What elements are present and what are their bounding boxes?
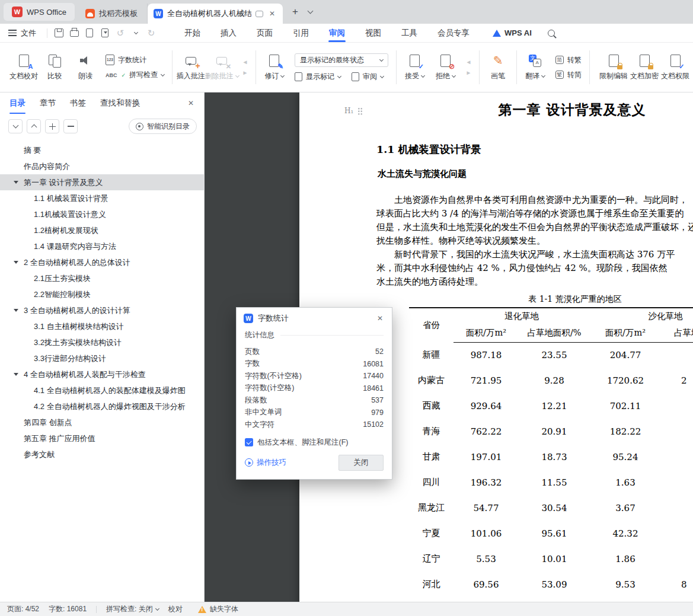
save-button[interactable] [51, 26, 66, 40]
print-preview-button[interactable] [82, 26, 97, 40]
track-changes-button[interactable]: 修订 [259, 43, 290, 92]
outline-item[interactable]: 第五章 推广应用价值 [0, 430, 204, 446]
close-dialog-button[interactable]: 关闭 [338, 455, 384, 471]
tab-review[interactable]: 审阅 [319, 24, 355, 42]
search-button[interactable] [544, 26, 559, 40]
encrypt-button[interactable]: 文档加密 [629, 43, 660, 92]
sidebar-tab-find-replace[interactable]: 查找和替换 [100, 92, 140, 114]
tab-list-chevron-icon[interactable] [304, 5, 317, 18]
word-count-indicator[interactable]: 字数: 16081 [49, 604, 87, 614]
close-dialog-icon[interactable] [375, 314, 385, 323]
outline-item[interactable]: 2.2智能控制模块 [0, 286, 204, 302]
collapse-triangle-icon[interactable] [14, 181, 18, 184]
restrict-editing-icon [609, 53, 619, 68]
export-pdf-button[interactable] [97, 26, 113, 40]
redo-button[interactable]: ↻ [143, 26, 159, 40]
outline-item[interactable]: 2 全自动植树机器人的总体设计 [0, 254, 204, 270]
review-menu-button[interactable]: 审阅 [352, 72, 384, 82]
collapse-all-button[interactable] [8, 119, 23, 133]
include-textbox-checkbox[interactable]: 包括文本框、脚注和尾注(F) [245, 438, 384, 448]
tab-member[interactable]: 会员专享 [427, 24, 480, 42]
missing-font-warning[interactable]: 缺失字体 [198, 604, 238, 614]
dialog-titlebar[interactable]: 字数统计 [237, 308, 392, 329]
outline-item[interactable]: 作品内容简介 [0, 158, 204, 174]
file-menu-button[interactable]: 文件 [0, 24, 43, 42]
tab-tools[interactable]: 工具 [391, 24, 427, 42]
restrict-editing-button[interactable]: 限制编辑 [598, 43, 629, 92]
outline-item[interactable]: 3.3行进部分结构设计 [0, 350, 204, 366]
proofread-button[interactable]: 文档校对 [8, 43, 39, 92]
next-change-icon[interactable] [466, 70, 472, 76]
wps-ai-button[interactable]: WPS AI [493, 28, 532, 37]
document-tab[interactable]: 全自动植树机器人机械结构设 [148, 4, 283, 24]
tips-link[interactable]: 操作技巧 [245, 458, 286, 468]
tab-home[interactable]: 开始 [174, 24, 210, 42]
outline-item[interactable]: 2.1压土夯实模块 [0, 270, 204, 286]
tab-insert[interactable]: 插入 [210, 24, 247, 42]
reject-button[interactable]: 拒绝 [430, 43, 461, 92]
spell-check-button[interactable]: 拼写检查 [106, 70, 164, 80]
stats-section-label: 统计信息 [245, 330, 274, 340]
doc-permission-label: 文档权限 [661, 71, 689, 81]
to-simplified-button[interactable]: 转简 [555, 70, 582, 80]
collapse-triangle-icon[interactable] [14, 309, 18, 312]
read-aloud-button[interactable]: 朗读 [70, 43, 101, 92]
tab-view[interactable]: 视图 [355, 24, 391, 42]
translate-button[interactable]: 翻译 [520, 43, 551, 92]
next-comment-icon[interactable] [242, 70, 248, 76]
promote-button[interactable] [45, 119, 59, 133]
tab-reference[interactable]: 引用 [283, 24, 319, 42]
outline-item[interactable]: 4.1 全自动植树机器人的装配体建模及爆炸图 [0, 382, 204, 398]
close-sidebar-icon[interactable] [186, 98, 196, 108]
sidebar-tab-bookmarks[interactable]: 书签 [70, 92, 86, 114]
group-header: 沙化草地 [590, 308, 693, 324]
outline-item[interactable]: 3.1 自主植树模块结构设计 [0, 318, 204, 334]
expand-all-button[interactable] [27, 119, 41, 133]
delete-comment-button[interactable]: 删除批注 [206, 43, 238, 92]
checkbox-checked-icon[interactable] [245, 438, 253, 446]
new-tab-button[interactable] [288, 4, 303, 20]
collapse-triangle-icon[interactable] [14, 373, 18, 376]
smart-toc-button[interactable]: 智能识别目录 [129, 119, 197, 134]
compare-button[interactable]: 比较 [39, 43, 70, 92]
sidebar-tab-toc[interactable]: 目录 [9, 92, 25, 114]
proofread-status[interactable]: 校对 [168, 604, 183, 614]
previous-change-icon[interactable] [466, 59, 472, 65]
accept-button[interactable]: 接受 [400, 43, 430, 92]
sidebar-tab-chapters[interactable]: 章节 [40, 92, 56, 114]
outline-item[interactable]: 4 全自动植树机器人装配与干涉检查 [0, 366, 204, 382]
outline-item[interactable]: 1.1 机械装置设计背景 [0, 190, 204, 206]
page-indicator[interactable]: 页面: 4/52 [7, 604, 39, 614]
outline-item-selected[interactable]: 第一章 设计背景及意义 [0, 174, 204, 190]
ink-pen-button[interactable]: 画笔 [483, 43, 513, 92]
spellcheck-toggle[interactable]: 拼写检查: 关闭 [106, 604, 159, 614]
outline-item[interactable]: 摘 要 [0, 142, 204, 158]
tab-page[interactable]: 页面 [247, 24, 283, 42]
insert-comment-button[interactable]: 插入批注 [175, 43, 206, 92]
close-tab-icon[interactable] [267, 9, 277, 18]
previous-comment-icon[interactable] [242, 59, 248, 65]
doc-permission-button[interactable]: 文档权限 [660, 43, 691, 92]
outline-item[interactable]: 4.2 全自动植树机器人的爆炸视图及干涉分析 [0, 398, 204, 414]
wps-logo-icon [12, 7, 23, 17]
outline-item[interactable]: 1.1机械装置设计意义 [0, 206, 204, 222]
outline-item[interactable]: 3.2拢土夯实模块结构设计 [0, 334, 204, 350]
undo-dropdown[interactable] [128, 26, 143, 40]
docer-template-tab[interactable]: 找稻壳模板 [76, 4, 148, 24]
outline-item[interactable]: 3 全自动植树机器人的设计计算 [0, 302, 204, 318]
outline-item[interactable]: 第四章 创新点 [0, 414, 204, 430]
outline-item[interactable]: 参考文献 [0, 446, 204, 462]
to-traditional-button[interactable]: 转繁 [555, 55, 582, 65]
demote-button[interactable] [63, 119, 78, 133]
collapse-triangle-icon[interactable] [14, 261, 18, 264]
outline-item[interactable]: 1.2植树机发展现状 [0, 222, 204, 238]
show-markup-button[interactable]: 显示标记 [295, 72, 341, 82]
word-count-button[interactable]: 字数统计 [106, 55, 164, 65]
proofread-icon [19, 53, 29, 68]
wps-office-tab[interactable]: WPS Office [4, 3, 75, 21]
outline-item[interactable]: 1.4 课题研究内容与方法 [0, 238, 204, 254]
word-count-dialog[interactable]: 字数统计 统计信息 页数52 字数16081 字符数(不计空格)17440 字符… [236, 307, 392, 480]
markup-state-select[interactable]: 显示标记的最终状态 [295, 53, 388, 67]
undo-button[interactable]: ↺ [113, 26, 128, 40]
print-button[interactable] [66, 26, 82, 40]
